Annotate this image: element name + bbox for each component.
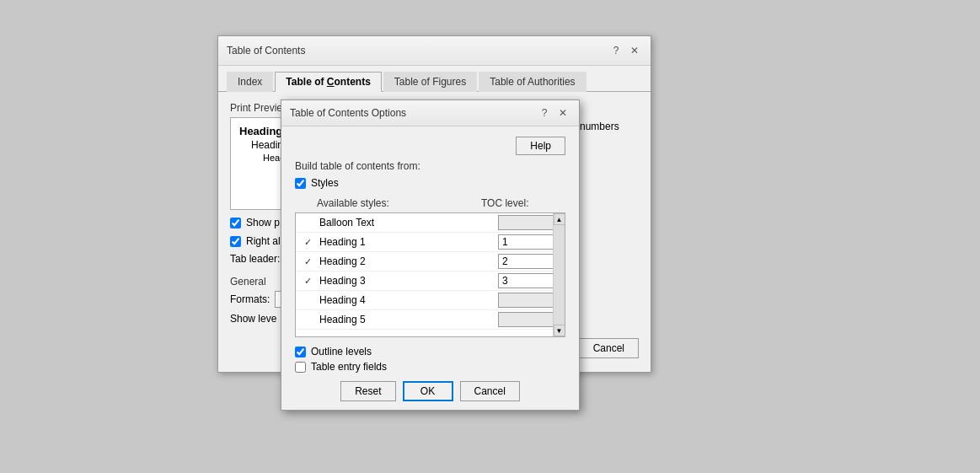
overlay-help-btn[interactable]: ? bbox=[537, 105, 552, 121]
tab-toc[interactable]: Table of Contents bbox=[275, 72, 381, 92]
overlay-titlebar: Table of Contents Options ? ✕ bbox=[281, 100, 579, 126]
style-row-h3: ✓ Heading 3 bbox=[296, 271, 565, 291]
h3-name: Heading 3 bbox=[316, 275, 498, 287]
balloon-name: Balloon Text bbox=[316, 217, 498, 228]
general-label: General bbox=[230, 276, 266, 288]
formats-label: Formats: bbox=[230, 293, 270, 305]
h4-toc-input[interactable] bbox=[498, 293, 561, 308]
style-row-balloon: Balloon Text bbox=[296, 213, 565, 233]
help-area: Help bbox=[295, 137, 565, 155]
outline-levels-row: Outline levels bbox=[295, 346, 565, 357]
tab-authorities[interactable]: Table of Authorities bbox=[479, 72, 586, 92]
style-row-h2: ✓ Heading 2 bbox=[296, 252, 565, 271]
styles-list-container: Balloon Text ✓ Heading 1 ✓ Heading 2 bbox=[295, 212, 565, 337]
outline-levels-label: Outline levels bbox=[311, 346, 372, 357]
list-scroll-track bbox=[554, 225, 565, 325]
right-align-label: Right al bbox=[246, 235, 281, 247]
available-styles-header: Available styles: bbox=[295, 197, 481, 209]
titlebar-buttons: ? ✕ bbox=[608, 43, 642, 58]
tab-bar: Index Table of Contents Table of Figures… bbox=[218, 66, 651, 92]
h3-check: ✓ bbox=[299, 276, 316, 287]
reset-button[interactable]: Reset bbox=[340, 381, 395, 401]
table-entry-label: Table entry fields bbox=[311, 361, 387, 373]
h3-toc-input[interactable] bbox=[498, 273, 561, 288]
overlay-dialog: Table of Contents Options ? ✕ Help Build… bbox=[281, 99, 580, 411]
styles-checkbox[interactable] bbox=[295, 178, 306, 189]
main-dialog-title: Table of Contents bbox=[227, 45, 305, 56]
build-from-label: Build table of contents from: bbox=[295, 160, 565, 172]
h5-name: Heading 5 bbox=[316, 314, 498, 325]
close-button[interactable]: ✕ bbox=[627, 43, 642, 58]
h5-toc-input[interactable] bbox=[498, 312, 561, 327]
overlay-titlebar-buttons: ? ✕ bbox=[537, 105, 570, 121]
show-levels-label: Show leve bbox=[230, 313, 276, 325]
toc-level-header: TOC level: bbox=[481, 197, 565, 209]
style-row-h1: ✓ Heading 1 bbox=[296, 233, 565, 252]
overlay-body: Help Build table of contents from: Style… bbox=[281, 126, 579, 410]
list-scroll-down[interactable]: ▼ bbox=[554, 325, 565, 336]
show-page-numbers-label: Show p bbox=[246, 217, 280, 228]
styles-list: Balloon Text ✓ Heading 1 ✓ Heading 2 bbox=[296, 213, 565, 336]
show-page-numbers-checkbox[interactable] bbox=[230, 218, 241, 228]
style-row-h4: Heading 4 bbox=[296, 291, 565, 310]
overlay-close-btn[interactable]: ✕ bbox=[555, 105, 570, 121]
help-button-overlay[interactable]: Help bbox=[516, 137, 565, 155]
table-entry-row: Table entry fields bbox=[295, 361, 565, 373]
h1-toc-input[interactable] bbox=[498, 234, 561, 250]
balloon-toc-input[interactable] bbox=[498, 215, 561, 230]
h1-check: ✓ bbox=[299, 237, 316, 248]
h4-name: Heading 4 bbox=[316, 294, 498, 306]
tab-figures[interactable]: Table of Figures bbox=[383, 72, 477, 92]
table-entry-checkbox[interactable] bbox=[295, 362, 306, 373]
overlay-title: Table of Contents Options bbox=[290, 107, 406, 119]
table-header-row: Available styles: TOC level: bbox=[295, 197, 565, 209]
overlay-ok-button[interactable]: OK bbox=[403, 381, 453, 401]
bottom-checkboxes: Outline levels Table entry fields bbox=[295, 346, 565, 373]
main-dialog-titlebar: Table of Contents ? ✕ bbox=[218, 36, 651, 66]
style-row-h5: Heading 5 bbox=[296, 310, 565, 330]
h2-toc-input[interactable] bbox=[498, 254, 561, 269]
tab-index[interactable]: Index bbox=[227, 72, 273, 92]
h1-name: Heading 1 bbox=[316, 236, 498, 248]
list-scrollbar[interactable]: ▲ ▼ bbox=[553, 213, 565, 336]
styles-label: Styles bbox=[311, 177, 339, 189]
overlay-cancel-button[interactable]: Cancel bbox=[460, 381, 520, 401]
help-button[interactable]: ? bbox=[608, 43, 624, 58]
outline-levels-checkbox[interactable] bbox=[295, 347, 306, 357]
h2-name: Heading 2 bbox=[316, 255, 498, 267]
list-scroll-up[interactable]: ▲ bbox=[554, 213, 565, 225]
tab-leader-label: Tab leader: bbox=[230, 253, 280, 265]
styles-checkbox-row: Styles bbox=[295, 177, 565, 189]
overlay-bottom-buttons: Reset OK Cancel bbox=[295, 381, 565, 401]
main-cancel-button[interactable]: Cancel bbox=[579, 338, 639, 358]
page-numbers-note: e numbers bbox=[571, 117, 639, 210]
h2-check: ✓ bbox=[299, 256, 316, 267]
right-align-checkbox[interactable] bbox=[230, 236, 241, 247]
